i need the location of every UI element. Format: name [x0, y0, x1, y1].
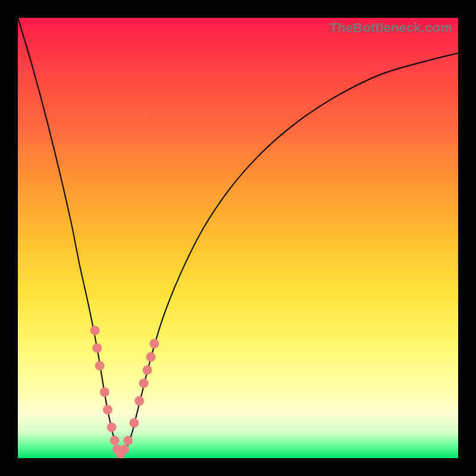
- data-marker: [139, 378, 149, 388]
- data-marker: [92, 343, 102, 353]
- data-marker: [129, 418, 139, 428]
- data-marker: [110, 436, 120, 445]
- chart-frame: TheBottleneck.com: [0, 0, 476, 476]
- data-marker: [134, 396, 144, 406]
- data-marker: [143, 365, 152, 375]
- plot-area: TheBottleneck.com: [18, 18, 458, 458]
- data-marker: [95, 361, 105, 371]
- chart-svg: [18, 18, 458, 458]
- data-marker: [90, 325, 100, 335]
- data-marker: [120, 444, 129, 454]
- data-marker: [107, 422, 117, 432]
- bottleneck-curve: [18, 18, 458, 455]
- data-marker: [100, 387, 109, 397]
- data-marker: [149, 339, 159, 349]
- marker-group: [90, 325, 159, 458]
- data-marker: [123, 436, 133, 445]
- data-marker: [103, 405, 112, 415]
- data-marker: [146, 352, 155, 362]
